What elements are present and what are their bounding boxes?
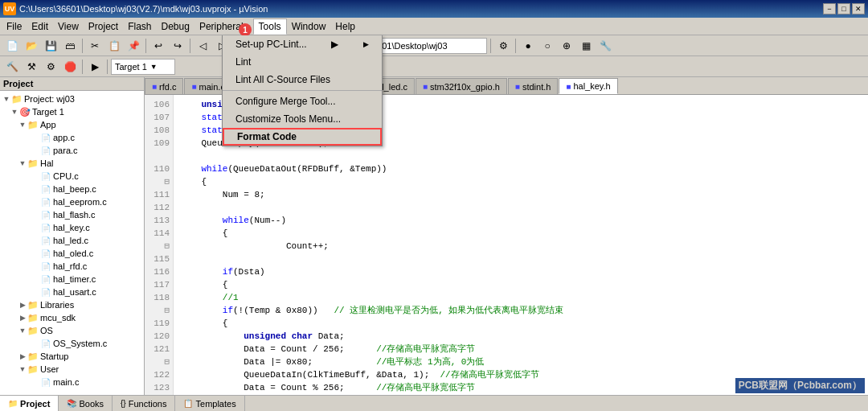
tab-hal-key-h[interactable]: ■ hal_key.h [559,78,617,94]
file-halrfd-c[interactable]: 📄hal_rfd.c [0,260,144,273]
redo-btn[interactable]: ↪ [169,37,186,55]
menu-format-code[interactable]: Format Code [223,128,382,146]
code-line: Count++; [180,240,862,253]
app-folder-icon: 📁 [27,119,39,130]
file-icon: 📄 [40,196,51,208]
menu-window[interactable]: Window [287,18,331,35]
menu-lint[interactable]: Lint [223,53,382,71]
save-all-btn[interactable]: 🗃 [61,37,79,55]
minimize-button[interactable]: − [823,3,836,14]
extra-btn2[interactable]: ○ [538,37,556,55]
menu-tools[interactable]: Tools [253,18,287,35]
compile-btn[interactable]: ⚙ [42,58,59,76]
tab-stdint-h[interactable]: ■ stdint.h [508,78,559,94]
folder-mcu-sdk[interactable]: ▶ 📁 mcu_sdk [0,311,144,324]
target-node[interactable]: ▼ 🎯 Target 1 [0,105,144,118]
rebuild-btn[interactable]: ⚒ [23,58,40,76]
menu-bar: File Edit View Project Flash Debug Perip… [0,18,868,35]
close-button[interactable]: ✕ [852,3,865,14]
file-main-c[interactable]: 📄main.c [0,376,144,388]
target-label: Target 1 [32,107,64,117]
open-btn[interactable]: 📂 [23,37,40,55]
file-icon: 📄 [40,261,51,272]
folder-os[interactable]: ▼ 📁 OS [0,324,144,337]
menu-debug[interactable]: Debug [157,18,194,35]
cut-btn[interactable]: ✂ [86,37,104,55]
file-haleeprom-c[interactable]: 📄hal_eeprom.c [0,195,144,208]
extra-btn5[interactable]: 🔧 [596,37,614,55]
project-root[interactable]: ▼ 📁 Project: wj03 [0,92,144,105]
sidebar-title: Project [0,77,144,91]
file-icon: 📄 [40,132,51,143]
extra-btn1[interactable]: ● [519,37,537,55]
expand-hal-icon: ▼ [18,158,27,168]
folder-hal[interactable]: ▼ 📁 Hal [0,157,144,170]
file-para-c[interactable]: 📄 para.c [0,144,144,157]
tab-stm32f10x-gpio-h[interactable]: ■ stm32f10x_gpio.h [416,78,507,94]
menu-help[interactable]: Help [330,18,360,35]
file-halbeep-c[interactable]: 📄hal_beep.c [0,183,144,195]
file-icon: 📄 [40,235,51,246]
menu-flash[interactable]: Flash [123,18,156,35]
file-icon: 📄 [40,376,51,388]
extra-btn3[interactable]: ⊕ [558,37,575,55]
file-cpu-c[interactable]: 📄CPU.c [0,170,144,183]
startup-folder-icon: 📁 [27,351,39,362]
file-icon: 📄 [40,145,51,156]
bottom-tab-functions[interactable]: {} Functions [113,396,175,412]
target-dropdown[interactable]: Target 1 ▼ [111,59,175,75]
file-ossystem-c[interactable]: 📄OS_System.c [0,337,144,350]
arrow-icon: ▶ [331,39,338,50]
folder-startup[interactable]: ▶ 📁 Startup [0,350,144,363]
code-line: //1 [180,291,862,304]
nav-back-btn[interactable]: ◁ [194,37,211,55]
menu-edit[interactable]: Edit [27,18,53,35]
folder-libraries[interactable]: ▶ 📁 Libraries [0,298,144,311]
menu-project[interactable]: Project [84,18,123,35]
save-btn[interactable]: 💾 [42,37,59,55]
new-file-btn[interactable]: 📄 [3,37,21,55]
folder-app[interactable]: ▼ 📁 App [0,118,144,131]
code-line [180,253,862,265]
menu-lint-all[interactable]: Lint All C-Source Files [223,71,382,88]
maximize-button[interactable]: □ [837,3,850,14]
folder-user[interactable]: ▼ 📁 User [0,363,144,376]
file-app-c[interactable]: 📄 app.c [0,131,144,144]
file-icon: 📄 [40,286,51,298]
file-halusart-c[interactable]: 📄hal_usart.c [0,286,144,298]
bottom-tabs: 📁 Project 📚 Books {} Functions 📋 Templat… [0,395,868,411]
menu-view[interactable]: View [53,18,84,35]
code-line: while(QueueDataOut(RFDBuff, &Temp)) [180,162,862,175]
debug-btn[interactable]: ▶ [86,58,104,76]
file-icon: 📄 [40,209,51,220]
menu-file[interactable]: File [2,18,27,35]
menu-peripherals[interactable]: Peripherals [194,18,253,35]
menu-customize-tools[interactable]: Customize Tools Menu... [223,110,382,128]
bottom-tab-templates[interactable]: 📋 Templates [175,396,244,412]
window-controls[interactable]: − □ ✕ [823,3,865,14]
menu-separator [223,90,382,91]
settings-btn[interactable]: ⚙ [494,37,512,55]
tab-rfd-c[interactable]: ■ rfd.c [145,78,183,94]
toolbar-1: 📄 📂 💾 🗃 ✂ 📋 📌 ↩ ↪ ◁ ▷ 🔖 ⬆ ⬇ 🔍 C:\Users\3… [0,35,868,56]
sep7 [490,39,491,53]
undo-btn[interactable]: ↩ [149,37,167,55]
sep9 [82,60,83,74]
extra-btn4[interactable]: ▦ [577,37,595,55]
os-folder-icon: 📁 [27,325,39,336]
bottom-tab-project[interactable]: 📁 Project [0,396,59,412]
file-halled-c[interactable]: 📄hal_led.c [0,234,144,247]
menu-setup-pclint[interactable]: Set-up PC-Lint... ▶ [223,35,382,53]
file-halflash-c[interactable]: 📄hal_flash.c [0,208,144,221]
file-haloled-c[interactable]: 📄hal_oled.c [0,247,144,260]
file-haltimer-c[interactable]: 📄hal_timer.c [0,273,144,286]
file-halkey-c[interactable]: 📄hal_key.c [0,221,144,234]
target-label: Target 1 [115,62,147,72]
copy-btn[interactable]: 📋 [105,37,123,55]
code-line: { [180,317,862,330]
stop-btn[interactable]: 🛑 [61,58,79,76]
paste-btn[interactable]: 📌 [125,37,142,55]
menu-configure-merge[interactable]: Configure Merge Tool... [223,92,382,110]
build-btn[interactable]: 🔨 [3,58,21,76]
bottom-tab-books[interactable]: 📚 Books [59,396,113,412]
